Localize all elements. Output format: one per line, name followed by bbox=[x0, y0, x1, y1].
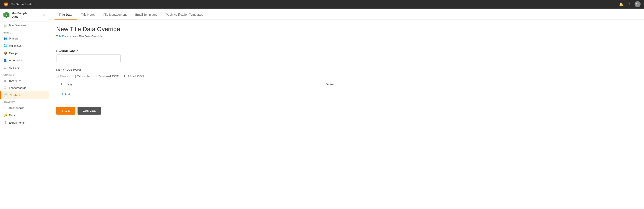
kv-toolbar: 🗑 Delete Tall display ⬇ Download JSON ⬆ … bbox=[56, 74, 637, 79]
kv-table: Key Value + Add bbox=[56, 80, 637, 100]
breadcrumb-current: New Title Data Override bbox=[72, 35, 102, 38]
experiments-icon: ⚗ bbox=[4, 121, 7, 124]
sidebar-item-content[interactable]: 📄 Content bbox=[0, 91, 49, 99]
sidebar-item-dashboards[interactable]: ⊟ Dashboards bbox=[0, 104, 49, 112]
kv-table-header: Key Value bbox=[56, 80, 637, 88]
tall-display-button[interactable]: Tall display bbox=[72, 74, 91, 79]
sidebar-header: M Mrs Sample Data ⚙ bbox=[0, 8, 49, 21]
main-layout: M Mrs Sample Data ⚙ 📊 Title Overview BUI… bbox=[0, 8, 644, 209]
top-bar-right: 🔔 ❓ SH bbox=[619, 1, 640, 7]
override-label-input[interactable] bbox=[56, 54, 121, 62]
tab-file-management[interactable]: File Management bbox=[99, 10, 131, 19]
add-row-button[interactable]: + Add bbox=[59, 91, 72, 98]
brand-icon: M bbox=[4, 12, 10, 18]
required-indicator: * bbox=[77, 49, 78, 53]
page-content: New Title Data Override Title Data › New… bbox=[50, 20, 644, 209]
kv-col-key: Key bbox=[65, 80, 324, 88]
sidebar-item-title-overview[interactable]: 📊 Title Overview bbox=[0, 21, 49, 29]
download-icon: ⬇ bbox=[95, 75, 97, 78]
tab-bar: Title Data Title News File Management Em… bbox=[50, 8, 644, 20]
add-icon: + bbox=[62, 92, 63, 96]
multiplayer-icon: 🌐 bbox=[4, 44, 7, 47]
data-icon: 🔑 bbox=[4, 114, 7, 117]
notification-icon[interactable]: 🔔 bbox=[619, 2, 624, 6]
download-json-button[interactable]: ⬇ Download JSON bbox=[95, 74, 119, 79]
sidebar-item-data[interactable]: 🔑 Data bbox=[0, 112, 49, 119]
kv-add-cell: + Add bbox=[56, 88, 637, 100]
action-buttons: SAVE CANCEL bbox=[56, 107, 637, 115]
tab-title-news[interactable]: Title News bbox=[77, 10, 99, 19]
page-title: New Title Data Override bbox=[56, 26, 637, 33]
breadcrumb-parent-link[interactable]: Title Data bbox=[56, 35, 68, 38]
sidebar-item-multiplayer[interactable]: 🌐 Multiplayer bbox=[0, 42, 49, 49]
sidebar-item-economy[interactable]: ⊟ Economy bbox=[0, 77, 49, 84]
sidebar-brand-name: Mrs Sample Data bbox=[12, 11, 27, 18]
content-icon: 📄 bbox=[4, 93, 8, 97]
leaderboards-icon: ☰ bbox=[4, 86, 7, 89]
sidebar: M Mrs Sample Data ⚙ 📊 Title Overview BUI… bbox=[0, 8, 50, 209]
section-divider bbox=[56, 43, 637, 43]
tall-display-checkbox[interactable] bbox=[72, 75, 76, 78]
automation-icon: 👤 bbox=[4, 59, 7, 62]
save-button[interactable]: SAVE bbox=[56, 107, 75, 115]
kv-col-checkbox bbox=[56, 80, 65, 88]
addons-icon: ⊞ bbox=[4, 66, 7, 69]
kv-add-row-container: + Add bbox=[56, 88, 637, 100]
upload-json-button[interactable]: ⬆ Upload JSON bbox=[123, 74, 144, 79]
sidebar-brand: M Mrs Sample Data bbox=[4, 11, 27, 18]
app-title: My Game Studio bbox=[11, 2, 33, 6]
override-label-field: Override label * bbox=[56, 49, 637, 62]
main-content: Title Data Title News File Management Em… bbox=[50, 8, 644, 209]
delete-button[interactable]: 🗑 Delete bbox=[56, 74, 68, 79]
breadcrumb-separator: › bbox=[70, 35, 71, 38]
top-bar-left: My Game Studio bbox=[4, 2, 33, 7]
override-label-label: Override label * bbox=[56, 49, 637, 53]
groups-icon: 📦 bbox=[4, 51, 7, 55]
sidebar-item-add-ons[interactable]: ⊞ Add-ons bbox=[0, 64, 49, 71]
cancel-button[interactable]: CANCEL bbox=[78, 107, 101, 115]
sidebar-item-players[interactable]: 👥 Players bbox=[0, 35, 49, 42]
kv-col-value: Value bbox=[324, 80, 637, 88]
app-logo-icon bbox=[4, 2, 8, 7]
sidebar-section-build: BUILD bbox=[0, 29, 49, 35]
economy-icon: ⊟ bbox=[4, 79, 7, 82]
kv-section: KEY VALUE PAIRS 🗑 Delete Tall display ⬇ … bbox=[56, 68, 637, 100]
tab-email-templates[interactable]: Email Templates bbox=[131, 10, 162, 19]
help-icon[interactable]: ❓ bbox=[627, 2, 631, 6]
breadcrumb: Title Data › New Title Data Override bbox=[56, 35, 637, 38]
kv-section-title: KEY VALUE PAIRS bbox=[56, 68, 637, 71]
dashboards-icon: ⊟ bbox=[4, 106, 7, 110]
kv-select-all-checkbox[interactable] bbox=[59, 83, 62, 85]
sidebar-item-experiments[interactable]: ⚗ Experiments bbox=[0, 119, 49, 126]
tab-push-notification-templates[interactable]: Push Notification Templates bbox=[162, 10, 207, 19]
sidebar-item-automation[interactable]: 👤 Automation bbox=[0, 57, 49, 64]
top-bar: My Game Studio 🔔 ❓ SH bbox=[0, 0, 644, 8]
chart-icon: 📊 bbox=[4, 24, 7, 27]
delete-icon: 🗑 bbox=[56, 75, 59, 78]
upload-icon: ⬆ bbox=[123, 75, 126, 78]
sidebar-section-engage: ENGAGE bbox=[0, 71, 49, 77]
kv-table-body: + Add bbox=[56, 88, 637, 100]
sidebar-item-leaderboards[interactable]: ☰ Leaderboards bbox=[0, 84, 49, 91]
players-icon: 👥 bbox=[4, 37, 7, 40]
tab-title-data[interactable]: Title Data bbox=[54, 10, 77, 19]
sidebar-section-analyze: ANALYZE bbox=[0, 99, 49, 104]
sidebar-settings-icon[interactable]: ⚙ bbox=[43, 13, 46, 17]
user-avatar[interactable]: SH bbox=[634, 1, 640, 7]
sidebar-item-groups[interactable]: 📦 Groups bbox=[0, 49, 49, 57]
